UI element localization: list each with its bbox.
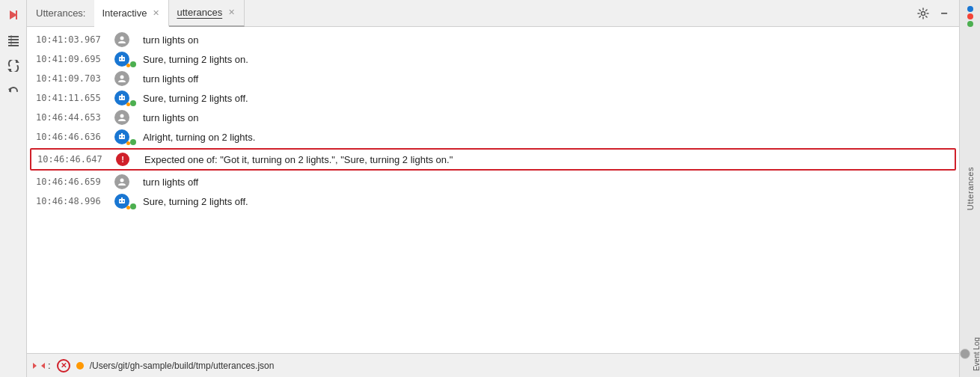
svg-rect-25 bbox=[121, 133, 123, 135]
minus-icon: − bbox=[940, 7, 947, 20]
utterance-row: 10:41:11.655 Sure, turning 2 lights off. bbox=[27, 88, 959, 108]
utterance-text: turn lights on bbox=[143, 112, 198, 123]
svg-rect-2 bbox=[8, 36, 19, 37]
robot-icon bbox=[114, 129, 135, 144]
settings-button[interactable] bbox=[914, 4, 932, 22]
utterance-time: 10:41:11.655 bbox=[36, 93, 107, 103]
utterance-row: 10:41:09.703 turn lights off bbox=[27, 69, 959, 88]
svg-rect-15 bbox=[121, 55, 123, 57]
status-dot-green bbox=[130, 61, 136, 67]
sidebar-play-icon[interactable] bbox=[4, 6, 22, 24]
minimize-button[interactable]: − bbox=[935, 4, 953, 22]
svg-marker-1 bbox=[16, 10, 17, 19]
content-area[interactable]: 10:41:03.967 turn lights on 10:41:09.695… bbox=[27, 27, 959, 353]
tab-interactive-label: Interactive bbox=[102, 7, 147, 19]
svg-rect-20 bbox=[121, 94, 123, 96]
utterance-text: Sure, turning 2 lights off. bbox=[143, 196, 248, 207]
person-icon bbox=[114, 174, 135, 189]
svg-rect-4 bbox=[8, 42, 19, 43]
red-dot bbox=[967, 13, 973, 19]
utterance-text: turn lights off bbox=[143, 177, 198, 188]
svg-point-18 bbox=[120, 97, 121, 99]
event-log-circle-icon bbox=[960, 349, 970, 359]
tab-utterances-label: utterances bbox=[177, 7, 222, 18]
status-dot-green bbox=[130, 203, 136, 209]
utterance-row: 10:46:48.996 Sure, turning 2 lights off. bbox=[27, 191, 959, 211]
svg-point-11 bbox=[120, 37, 124, 40]
robot-icon bbox=[114, 52, 135, 67]
blue-dot bbox=[967, 6, 973, 12]
svg-point-23 bbox=[120, 136, 121, 138]
svg-point-24 bbox=[123, 136, 124, 138]
error-x-icon: ✕ bbox=[61, 361, 67, 370]
robot-icon bbox=[114, 91, 135, 105]
person-icon bbox=[114, 71, 135, 86]
utterance-text: turn lights on bbox=[143, 34, 198, 46]
utterance-error-text: Expected one of: "Got it, turning on 2 l… bbox=[144, 154, 453, 165]
svg-rect-6 bbox=[10, 35, 12, 46]
tab-bar: Utterances: Interactive ✕ utterances ✕ − bbox=[27, 0, 959, 27]
utterance-time: 10:46:48.996 bbox=[36, 196, 107, 206]
svg-marker-32 bbox=[41, 363, 45, 369]
bottom-error-icon: ✕ bbox=[57, 359, 70, 373]
utterance-time: 10:41:03.967 bbox=[36, 34, 107, 45]
sidebar-list-icon[interactable] bbox=[4, 31, 22, 49]
file-path-text: /Users/git/gh-sample/build/tmp/utterance… bbox=[90, 361, 953, 371]
utterance-error-row: 10:46:46.647 ! Expected one of: "Got it,… bbox=[30, 148, 956, 171]
utterance-row: 10:46:44.653 turn lights on bbox=[27, 108, 959, 127]
utterance-time: 10:46:46.647 bbox=[37, 154, 108, 165]
utterance-text: Alright, turning on 2 lights. bbox=[143, 132, 255, 143]
utterance-row: 10:46:46.659 turn lights off bbox=[27, 172, 959, 191]
orange-dot-icon bbox=[76, 362, 84, 370]
svg-point-28 bbox=[120, 200, 121, 202]
svg-point-19 bbox=[123, 97, 124, 99]
utterances-label: Utterances: bbox=[33, 7, 88, 19]
tab-bar-actions: − bbox=[914, 4, 959, 22]
tab-interactive[interactable]: Interactive ✕ bbox=[94, 0, 169, 27]
utterance-time: 10:41:09.695 bbox=[36, 54, 107, 64]
person-icon bbox=[114, 32, 135, 47]
bottom-play[interactable]: : bbox=[33, 360, 51, 371]
utterance-time: 10:46:44.653 bbox=[36, 112, 107, 123]
right-sidebar-label: Utterances bbox=[966, 167, 975, 210]
tab-utterances-close[interactable]: ✕ bbox=[227, 7, 236, 18]
left-sidebar bbox=[0, 0, 27, 377]
svg-point-16 bbox=[120, 76, 124, 79]
utterance-row: 10:41:03.967 turn lights on bbox=[27, 30, 959, 49]
right-sidebar-dots bbox=[967, 6, 973, 27]
utterance-text: turn lights off bbox=[143, 73, 198, 85]
bottom-colon: : bbox=[48, 360, 51, 371]
svg-point-21 bbox=[120, 114, 124, 118]
tab-utterances[interactable]: utterances ✕ bbox=[169, 0, 245, 27]
svg-rect-5 bbox=[8, 45, 19, 46]
main-area: Utterances: Interactive ✕ utterances ✕ − bbox=[27, 0, 959, 377]
svg-rect-30 bbox=[121, 197, 123, 199]
svg-point-13 bbox=[120, 58, 121, 60]
svg-point-10 bbox=[922, 11, 925, 15]
event-log-area[interactable]: Event Log bbox=[960, 337, 981, 371]
svg-point-29 bbox=[123, 200, 124, 202]
utterance-time: 10:46:46.659 bbox=[36, 177, 107, 187]
utterance-text: Sure, turning 2 lights off. bbox=[143, 93, 248, 104]
bottom-file-area: /Users/git/gh-sample/build/tmp/utterance… bbox=[76, 361, 953, 371]
robot-icon bbox=[114, 194, 135, 209]
right-sidebar: Utterances Event Log bbox=[959, 0, 980, 377]
svg-rect-3 bbox=[8, 39, 19, 40]
utterance-text: Sure, turning 2 lights on. bbox=[143, 54, 248, 65]
person-icon bbox=[114, 110, 135, 125]
svg-point-14 bbox=[123, 58, 124, 60]
event-log-label: Event Log bbox=[973, 337, 981, 371]
utterance-row: 10:46:46.636 Alright, turning on 2 light… bbox=[27, 127, 959, 147]
sidebar-refresh-icon[interactable] bbox=[4, 57, 22, 75]
svg-point-26 bbox=[120, 179, 124, 183]
tab-interactive-close[interactable]: ✕ bbox=[151, 7, 161, 19]
green-dot bbox=[967, 21, 973, 27]
error-icon: ! bbox=[116, 153, 137, 166]
status-dot-green bbox=[130, 139, 136, 145]
sidebar-undo-icon[interactable] bbox=[4, 82, 22, 100]
status-dot-green bbox=[130, 100, 136, 106]
bottom-bar: : ✕ /Users/git/gh-sample/build/tmp/utter… bbox=[27, 353, 959, 377]
utterance-time: 10:46:46.636 bbox=[36, 132, 107, 142]
utterance-time: 10:41:09.703 bbox=[36, 73, 107, 84]
svg-marker-31 bbox=[33, 363, 37, 369]
